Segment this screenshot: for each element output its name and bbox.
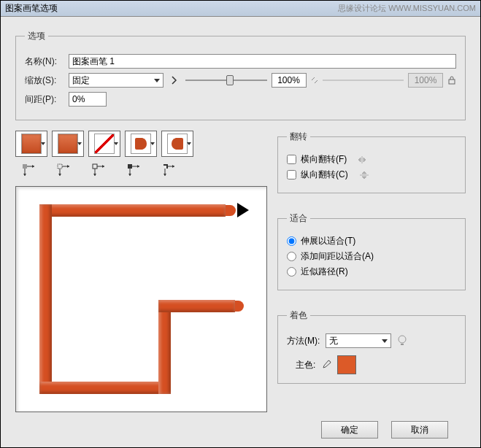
corner-type-3-icon[interactable] <box>91 163 106 177</box>
eyedropper-icon[interactable] <box>321 360 331 370</box>
scale-value-box-disabled: 100% <box>408 73 443 88</box>
tip-bulb-icon[interactable] <box>397 335 407 347</box>
scale-value-box[interactable]: 100% <box>272 73 307 88</box>
svg-point-5 <box>399 336 406 343</box>
fit-group: 适合 伸展以适合(T) 添加间距以适合(A) 近似路径(R) <box>277 212 466 290</box>
flip-horizontal-label: 横向翻转(F) <box>301 153 347 166</box>
colorize-group: 着色 方法(M): 无 主色: <box>277 309 466 384</box>
colorize-legend: 着色 <box>287 309 310 322</box>
fit-legend: 适合 <box>287 212 310 225</box>
fit-stretch-label: 伸展以适合(T) <box>301 235 355 247</box>
tile-selector-row <box>15 131 267 157</box>
dialog-title: 图案画笔选项 <box>5 2 58 15</box>
chevron-down-icon <box>154 79 160 82</box>
chevron-down-icon <box>150 142 155 145</box>
scale-slider[interactable] <box>185 80 267 81</box>
method-select[interactable]: 无 <box>326 333 391 348</box>
flip-legend: 翻转 <box>287 131 310 143</box>
corner-type-1-icon[interactable] <box>21 163 36 177</box>
tile-inner-corner[interactable] <box>88 131 120 157</box>
chevron-down-icon <box>77 142 82 145</box>
svg-rect-4 <box>128 164 132 169</box>
svg-rect-0 <box>449 80 455 84</box>
flip-horizontal-icon <box>357 155 369 165</box>
tile-end[interactable] <box>161 131 193 157</box>
fit-stretch-radio[interactable] <box>287 236 296 246</box>
method-label: 方法(M): <box>287 335 320 347</box>
scale-label: 缩放(S): <box>25 74 69 87</box>
fit-approx-label: 近似路径(R) <box>301 266 348 278</box>
tile-side[interactable] <box>15 131 47 157</box>
chevron-down-icon <box>187 142 191 145</box>
options-legend: 选项 <box>25 30 48 42</box>
tile-start[interactable] <box>125 131 157 157</box>
name-input[interactable] <box>69 54 456 69</box>
fit-approx-radio[interactable] <box>287 267 296 277</box>
lock-icon[interactable] <box>447 76 456 85</box>
corner-type-4-icon[interactable] <box>126 163 141 177</box>
tile-outer-corner[interactable] <box>52 131 84 157</box>
fit-addspace-label: 添加间距以适合(A) <box>301 250 374 263</box>
scale-mode-value: 固定 <box>72 74 90 87</box>
spacing-label: 间距(P): <box>25 93 69 106</box>
chevron-down-icon <box>114 142 118 145</box>
titlebar: 图案画笔选项 思缘设计论坛 WWW.MISSYUAN.COM <box>1 1 480 17</box>
corner-type-5-icon[interactable] <box>161 163 176 177</box>
options-group: 选项 名称(N): 缩放(S): 固定 100% 100% <box>15 30 466 120</box>
flip-group: 翻转 横向翻转(F) 纵向翻转(C) <box>277 131 466 193</box>
separator-icon <box>311 77 318 84</box>
chevron-down-icon <box>382 339 388 343</box>
scale-slider-2 <box>323 80 404 81</box>
key-color-swatch[interactable] <box>337 355 356 374</box>
flip-vertical-checkbox[interactable] <box>287 170 296 179</box>
name-label: 名称(N): <box>25 55 69 68</box>
key-color-label: 主色: <box>296 359 315 371</box>
method-value: 无 <box>329 335 338 347</box>
corner-type-icons <box>15 163 267 177</box>
link-left-icon[interactable] <box>171 75 181 85</box>
flip-vertical-label: 纵向翻转(C) <box>301 169 348 181</box>
corner-type-2-icon[interactable] <box>56 163 71 177</box>
watermark: 思缘设计论坛 WWW.MISSYUAN.COM <box>338 3 476 14</box>
fit-addspace-radio[interactable] <box>287 252 296 261</box>
chevron-down-icon <box>41 142 45 145</box>
svg-rect-1 <box>23 164 27 169</box>
flip-horizontal-checkbox[interactable] <box>287 155 296 164</box>
svg-rect-3 <box>93 164 97 169</box>
cancel-button[interactable]: 取消 <box>391 421 448 439</box>
spacing-input[interactable] <box>69 92 107 107</box>
brush-preview <box>15 186 267 412</box>
svg-rect-2 <box>58 164 62 169</box>
flip-vertical-icon <box>358 170 370 180</box>
arrowhead-icon <box>237 203 249 217</box>
ok-button[interactable]: 确定 <box>321 421 378 439</box>
slider-thumb[interactable] <box>226 75 234 85</box>
pattern-brush-options-dialog: 图案画笔选项 思缘设计论坛 WWW.MISSYUAN.COM 选项 名称(N):… <box>0 0 481 448</box>
scale-mode-select[interactable]: 固定 <box>69 73 163 88</box>
